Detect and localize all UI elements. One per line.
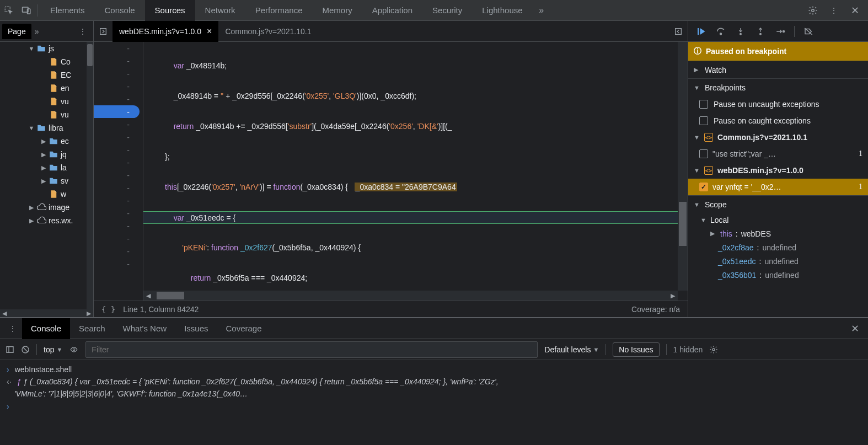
svg-rect-11 xyxy=(7,346,13,352)
page-tab[interactable]: Page xyxy=(2,24,31,39)
tree-scrollbar-vertical[interactable] xyxy=(87,42,93,309)
panel-tab-security[interactable]: Security xyxy=(422,0,472,21)
breakpoint-entry[interactable]: var ynfqt = '__0x2…1 xyxy=(688,179,868,195)
coverage-status: Coverage: n/a xyxy=(631,305,680,314)
svg-rect-5 xyxy=(676,28,682,34)
issues-button[interactable]: No Issues xyxy=(613,342,659,357)
scope-local-header[interactable]: ▼Local xyxy=(688,213,868,227)
panel-tab-sources[interactable]: Sources xyxy=(145,0,195,21)
line-gutter[interactable]: ------------------ xyxy=(94,42,143,301)
svg-point-9 xyxy=(760,33,762,35)
step-out-icon[interactable] xyxy=(752,23,769,40)
hidden-messages: 1 hidden xyxy=(673,345,703,354)
drawer-tab-coverage[interactable]: Coverage xyxy=(217,318,271,339)
tree-item[interactable]: vu xyxy=(0,108,87,121)
paused-banner: ⓘ Paused on breakpoint xyxy=(688,42,868,61)
log-levels-dropdown[interactable]: Default levels▼ xyxy=(544,345,599,354)
kebab-menu-icon[interactable]: ⋮ xyxy=(825,0,843,21)
scope-variable[interactable]: _0x51eedc: undefined xyxy=(688,254,868,268)
file-tab[interactable]: webDES.min.js?v=1.0.0× xyxy=(112,21,218,42)
scope-this[interactable]: ▶this: webDES xyxy=(688,227,868,240)
pretty-print-icon[interactable]: { } xyxy=(101,305,115,314)
tree-item[interactable]: w xyxy=(0,187,87,201)
step-into-icon[interactable] xyxy=(732,23,749,40)
navigate-history-icon[interactable] xyxy=(94,21,112,42)
tree-item[interactable]: vu xyxy=(0,95,87,108)
navigator-more-icon[interactable]: » xyxy=(35,27,39,36)
live-expression-icon[interactable] xyxy=(69,346,79,353)
tree-item[interactable]: en xyxy=(0,82,87,95)
svg-point-13 xyxy=(73,349,76,351)
scope-variable[interactable]: _0x356b01: undefined xyxy=(688,268,868,282)
panel-tab-console[interactable]: Console xyxy=(95,0,145,21)
context-selector[interactable]: top▼ xyxy=(44,345,62,354)
resume-icon[interactable] xyxy=(693,23,709,40)
scope-pane-header[interactable]: ▼Scope xyxy=(688,195,868,213)
panel-tab-lighthouse[interactable]: Lighthouse xyxy=(472,0,532,21)
pause-caught-checkbox[interactable]: Pause on caught exceptions xyxy=(688,112,868,129)
deactivate-breakpoints-icon[interactable] xyxy=(800,23,817,40)
drawer-close-icon[interactable]: ✕ xyxy=(846,323,864,335)
tree-item[interactable]: ▶sv xyxy=(0,174,87,187)
tree-item[interactable]: EC xyxy=(0,68,87,82)
drawer-tab-console[interactable]: Console xyxy=(22,318,70,339)
drawer-menu-icon[interactable]: ⋮ xyxy=(4,324,21,333)
svg-point-10 xyxy=(783,30,785,32)
panel-tab-network[interactable]: Network xyxy=(195,0,245,21)
drawer-tab-issues[interactable]: Issues xyxy=(175,318,217,339)
watch-pane-header[interactable]: ▶Watch xyxy=(688,61,868,78)
tree-item[interactable]: ▶res.wx. xyxy=(0,214,87,227)
tree-item[interactable]: ▼js xyxy=(0,42,87,55)
console-sidebar-toggle-icon[interactable] xyxy=(6,345,14,354)
settings-icon[interactable] xyxy=(804,0,822,21)
close-tab-icon[interactable]: × xyxy=(207,26,212,36)
breakpoint-entry[interactable]: "use strict";var _…1 xyxy=(688,146,868,162)
toggle-debugger-icon[interactable] xyxy=(669,21,688,42)
close-devtools-icon[interactable]: ✕ xyxy=(846,0,864,21)
svg-rect-6 xyxy=(698,28,699,35)
breakpoint-file-header[interactable]: ▼<>Common.js?v=2021.10.1 xyxy=(688,129,868,146)
sources-navigator: Page » ⋮ ▼jsCoECenvuvu▼libra▶ec▶jq▶la▶sv… xyxy=(0,21,94,317)
step-icon[interactable] xyxy=(772,23,789,40)
code-area[interactable]: var _0x48914b; _0x48914b = '' + _0x29d55… xyxy=(143,42,688,301)
panel-tab-memory[interactable]: Memory xyxy=(313,0,362,21)
svg-rect-4 xyxy=(100,28,106,34)
more-tabs-icon[interactable]: » xyxy=(533,0,550,21)
step-over-icon[interactable] xyxy=(712,23,729,40)
source-editor: webDES.min.js?v=1.0.0×Common.js?v=2021.1… xyxy=(94,21,688,317)
tree-item[interactable]: ▶image xyxy=(0,201,87,214)
navigator-menu-icon[interactable]: ⋮ xyxy=(74,27,91,36)
svg-point-3 xyxy=(812,9,815,12)
debugger-toolbar xyxy=(688,21,868,42)
device-toggle-icon[interactable] xyxy=(18,0,35,21)
pause-uncaught-checkbox[interactable]: Pause on uncaught exceptions xyxy=(688,96,868,112)
breakpoints-pane-header[interactable]: ▼Breakpoints xyxy=(688,78,868,96)
console-output[interactable]: ›webInstace.shell ‹·ƒ ƒ (_0xa0c834) { va… xyxy=(0,360,868,445)
drawer-tab-what-s-new[interactable]: What's New xyxy=(114,318,176,339)
tree-item[interactable]: ▼libra xyxy=(0,121,87,135)
tree-item[interactable]: ▶jq xyxy=(0,148,87,161)
inspect-icon[interactable] xyxy=(0,0,18,21)
tree-item[interactable]: ▶ec xyxy=(0,135,87,148)
breakpoint-file-header[interactable]: ▼<>webDES.min.js?v=1.0.0 xyxy=(688,162,868,179)
console-settings-icon[interactable] xyxy=(709,345,718,354)
code-scrollbar-vertical[interactable] xyxy=(678,42,688,291)
panel-tab-elements[interactable]: Elements xyxy=(40,0,95,21)
svg-point-8 xyxy=(740,33,742,35)
tree-item[interactable]: ▶la xyxy=(0,161,87,174)
file-tab[interactable]: Common.js?v=2021.10.1 xyxy=(218,21,318,42)
tree-item[interactable]: Co xyxy=(0,55,87,68)
editor-status-bar: { } Line 1, Column 84242 Coverage: n/a xyxy=(94,301,688,317)
console-filter-input[interactable] xyxy=(85,341,538,358)
console-toolbar: top▼ Default levels▼ No Issues 1 hidden xyxy=(0,339,868,360)
info-icon: ⓘ xyxy=(694,46,701,56)
panel-tab-performance[interactable]: Performance xyxy=(245,0,313,21)
drawer: ⋮ ConsoleSearchWhat's NewIssuesCoverage … xyxy=(0,317,868,445)
scope-variable[interactable]: _0x2cf8ae: undefined xyxy=(688,240,868,254)
panel-tab-application[interactable]: Application xyxy=(362,0,422,21)
tree-scrollbar-horizontal[interactable]: ◀▶ xyxy=(0,309,93,317)
clear-console-icon[interactable] xyxy=(21,345,30,354)
devtools-main-tabs: ElementsConsoleSourcesNetworkPerformance… xyxy=(0,0,868,21)
code-scrollbar-horizontal[interactable]: ◀▶ xyxy=(143,291,678,301)
drawer-tab-search[interactable]: Search xyxy=(70,318,114,339)
